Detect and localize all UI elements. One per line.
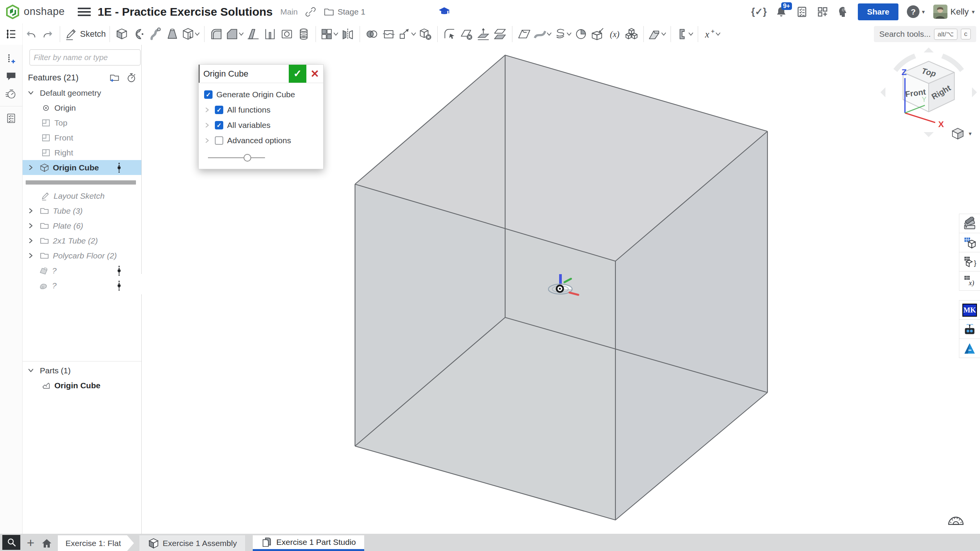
checkbox[interactable]: ✓ xyxy=(215,106,223,114)
location-label[interactable]: Stage 1 xyxy=(338,7,365,16)
robot-app-button[interactable] xyxy=(959,319,980,339)
tab-exercise-1-part-studio[interactable]: Exercise 1 Part Studio xyxy=(253,535,364,551)
help-menu[interactable]: ? ▾ xyxy=(907,5,925,18)
linear-pattern-button[interactable] xyxy=(320,25,339,43)
replace-face-button[interactable] xyxy=(492,25,508,43)
main-menu-button[interactable] xyxy=(78,5,91,18)
slant-app-button[interactable] xyxy=(959,338,980,358)
helix-button[interactable] xyxy=(553,25,572,43)
fill-button[interactable] xyxy=(573,25,589,43)
learning-center-icon[interactable] xyxy=(837,6,849,18)
filter-input[interactable] xyxy=(29,49,141,65)
checkbox[interactable]: ✓ xyxy=(215,121,223,129)
transform-dropdown-icon[interactable] xyxy=(411,31,417,37)
grid-cube-brace-button[interactable] xyxy=(959,252,980,271)
frame-button[interactable] xyxy=(675,25,694,43)
share-button[interactable]: Share xyxy=(858,3,898,20)
search-tools[interactable]: Search tools... alt/⌥ c xyxy=(874,26,976,42)
hole-button[interactable] xyxy=(296,25,312,43)
frame-dropdown-icon[interactable] xyxy=(688,31,694,37)
workspace-label[interactable]: Main xyxy=(280,7,298,16)
split-button[interactable] xyxy=(381,25,397,43)
feature-row-origin[interactable]: Origin xyxy=(23,100,141,115)
feature-row-unknown-1[interactable]: ? xyxy=(23,263,141,278)
thicken-dropdown-icon[interactable] xyxy=(194,31,200,37)
history-button[interactable] xyxy=(3,85,20,103)
sheet-metal-button[interactable] xyxy=(648,25,667,43)
grid-function-button[interactable] xyxy=(959,271,980,291)
chevron-right-icon[interactable] xyxy=(204,107,210,113)
option-all-variables[interactable]: ✓ All variables xyxy=(203,118,319,133)
plane-button[interactable] xyxy=(516,25,532,43)
chevron-right-icon[interactable] xyxy=(204,137,210,144)
tasks-icon[interactable] xyxy=(796,6,808,18)
mirror-button[interactable] xyxy=(340,25,356,43)
thicken-button[interactable] xyxy=(181,25,200,43)
drag-handle-icon[interactable] xyxy=(117,265,121,276)
surface-dropdown-icon[interactable] xyxy=(546,31,552,37)
custom-features-button[interactable] xyxy=(702,25,721,43)
draft-button[interactable] xyxy=(245,25,261,43)
configurations-button[interactable] xyxy=(3,50,20,68)
comments-button[interactable] xyxy=(3,68,20,85)
mk-app-button[interactable]: MK xyxy=(959,300,980,320)
folder-row-2x1-tube[interactable]: 2x1 Tube (2) xyxy=(23,233,141,248)
chamfer-dropdown-icon[interactable] xyxy=(238,31,244,37)
stopwatch-icon[interactable] xyxy=(126,72,137,83)
extrude-button[interactable] xyxy=(114,25,130,43)
rollback-bar[interactable] xyxy=(26,180,136,185)
tab-exercise-1-assembly[interactable]: Exercise 1 Assembly xyxy=(139,535,245,551)
revolve-button[interactable] xyxy=(131,25,147,43)
feature-row-top-plane[interactable]: Top xyxy=(23,115,141,130)
redo-button[interactable] xyxy=(40,25,56,43)
feature-name-input[interactable] xyxy=(199,65,289,83)
checkbox[interactable]: ✓ xyxy=(204,90,213,99)
modify-fillet-button[interactable] xyxy=(442,25,458,43)
home-tab-button[interactable] xyxy=(39,535,55,551)
linear-pattern-dropdown-icon[interactable] xyxy=(333,31,339,37)
folder-row-polycarb-floor[interactable]: Polycarb Floor (2) xyxy=(23,248,141,263)
derived-button[interactable] xyxy=(590,25,606,43)
undo-button[interactable] xyxy=(23,25,39,43)
link-icon[interactable] xyxy=(305,6,316,18)
drag-handle-icon[interactable] xyxy=(117,162,121,173)
transform-button[interactable] xyxy=(398,25,417,43)
fillet-button[interactable] xyxy=(208,25,224,43)
feature-row-right-plane[interactable]: Right xyxy=(23,145,141,160)
chevron-right-icon[interactable] xyxy=(204,122,210,128)
measure-tool-button[interactable] xyxy=(947,512,965,528)
rib-button[interactable] xyxy=(262,25,278,43)
accept-button[interactable]: ✓ xyxy=(289,65,306,83)
option-all-functions[interactable]: ✓ All functions xyxy=(203,102,319,118)
learning-cap-icon[interactable] xyxy=(438,6,450,18)
chamfer-button[interactable] xyxy=(225,25,244,43)
slider-handle[interactable] xyxy=(244,154,251,162)
feature-row-layout-sketch[interactable]: Layout Sketch xyxy=(23,188,141,203)
cancel-button[interactable]: ✕ xyxy=(306,65,323,83)
folder-row-plate[interactable]: Plate (6) xyxy=(23,218,141,233)
add-tab-button[interactable]: + xyxy=(23,535,39,551)
feature-row-unknown-2[interactable]: ? xyxy=(23,278,141,293)
delete-part-button[interactable] xyxy=(417,25,434,43)
dialog-slider[interactable] xyxy=(208,152,265,164)
loft-button[interactable] xyxy=(164,25,180,43)
sweep-button[interactable] xyxy=(147,25,164,43)
checkbox[interactable] xyxy=(215,136,223,145)
feature-list-toggle[interactable] xyxy=(0,23,23,45)
versions-icon[interactable]: {✓} xyxy=(751,6,766,17)
boolean-button[interactable] xyxy=(364,25,380,43)
feature-row-origin-cube[interactable]: Origin Cube xyxy=(23,160,141,175)
onshape-logo[interactable]: onshape xyxy=(5,5,65,19)
surface-button[interactable] xyxy=(533,25,552,43)
folder-row-tube[interactable]: Tube (3) xyxy=(23,203,141,218)
feature-row-default-geometry[interactable]: Default geometry xyxy=(23,85,141,100)
search-tabs-button[interactable] xyxy=(2,535,20,550)
part-row-origin-cube[interactable]: Origin Cube xyxy=(23,378,141,393)
tab-exercise-1-flat[interactable]: Exercise 1: Flat xyxy=(58,535,134,551)
apps-grid-icon[interactable] xyxy=(816,6,829,18)
helix-dropdown-icon[interactable] xyxy=(566,31,572,37)
notifications-button[interactable]: 9+ xyxy=(775,6,787,18)
sketch-button[interactable]: Sketch xyxy=(64,25,106,43)
composite-part-button[interactable] xyxy=(623,25,640,43)
slider-track[interactable] xyxy=(208,157,265,158)
